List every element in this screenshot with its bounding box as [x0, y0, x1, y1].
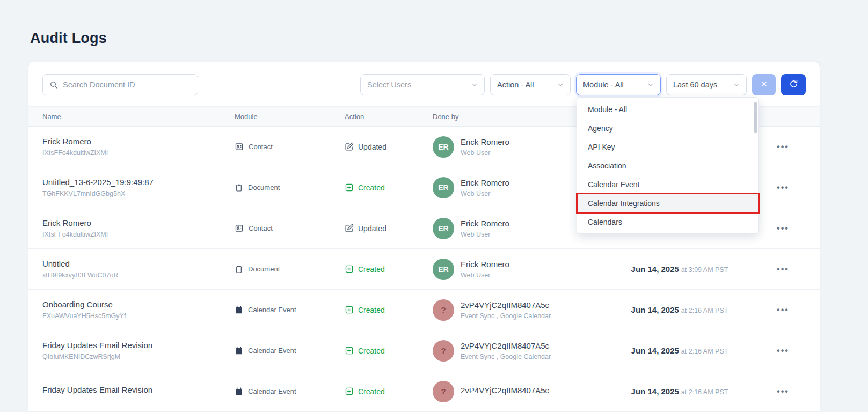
action-filter-select[interactable]: Action - All — [490, 74, 571, 95]
page-title: Audit Logs — [30, 30, 107, 47]
dropdown-scrollbar[interactable] — [754, 102, 757, 133]
module-option-calendar-integrations[interactable]: Calendar Integrations — [577, 194, 758, 212]
header-done-by: Done by — [433, 113, 599, 121]
module-option-agency[interactable]: Agency — [577, 119, 758, 137]
module-label: Calendar Event — [248, 387, 296, 395]
done-by-role: Web User — [461, 231, 509, 238]
search-box — [42, 74, 198, 95]
edit-icon — [345, 142, 354, 151]
action-label: Updated — [358, 143, 386, 151]
module-option-calendar-event[interactable]: Calendar Event — [577, 175, 758, 194]
date: Jun 14, 2025 — [631, 305, 679, 314]
avatar: ? — [433, 299, 454, 321]
refresh-icon — [789, 79, 798, 90]
module-option-association[interactable]: Association — [577, 156, 758, 175]
date: Jun 14, 2025 — [631, 264, 679, 274]
row-menu-button[interactable]: ••• — [777, 224, 789, 233]
avatar: ER — [433, 259, 454, 280]
module-option-calendars[interactable]: Calendars — [577, 212, 758, 231]
done-by-name: Erick Romero — [461, 219, 509, 228]
filters: Select Users Action - All Module - All L… — [360, 74, 806, 95]
module-option-all[interactable]: Module - All — [577, 100, 758, 119]
plus-square-icon — [345, 264, 354, 274]
module-label: Contact — [249, 143, 273, 151]
row-menu-button[interactable]: ••• — [777, 183, 789, 193]
table-row: Onboarding Course FXuAWVuaYH5Hsc5mGyYf C… — [28, 290, 820, 330]
done-by-name: Erick Romero — [461, 260, 509, 269]
done-by-name: Erick Romero — [461, 178, 509, 187]
table-row: Friday Updates Email Revision QIoIuMKENI… — [28, 330, 820, 371]
users-filter-label: Select Users — [367, 80, 411, 89]
date-range-label: Last 60 days — [673, 80, 717, 89]
record-name: Onboarding Course — [42, 300, 235, 309]
plus-square-icon — [345, 183, 354, 192]
done-by-name: 2vP4VYjC2qIIM8407A5c — [461, 341, 551, 350]
chevron-down-icon — [733, 82, 740, 88]
action-label: Created — [358, 183, 385, 192]
module-label: Document — [248, 265, 280, 273]
chevron-down-icon — [471, 82, 478, 88]
record-name: Friday Updates Email Revision — [42, 385, 235, 394]
record-name: Untitled_13-6-2025_19:9:49:87 — [42, 178, 235, 187]
avatar: ER — [433, 136, 454, 158]
table-row: Untitled xtH9I9kxvyB3FWoC07oR Document C… — [28, 249, 820, 290]
row-menu-button[interactable]: ••• — [777, 346, 789, 356]
done-by-name: Erick Romero — [461, 137, 509, 146]
clear-filters-button[interactable] — [752, 74, 776, 95]
avatar: ER — [433, 177, 454, 198]
chevron-down-icon — [557, 82, 564, 88]
calendar-icon — [235, 387, 243, 396]
document-icon — [235, 265, 243, 274]
action-filter-label: Action - All — [497, 80, 534, 89]
record-id: IXtsFFo4kdultiwZIXMI — [42, 149, 235, 157]
done-by-name: 2vP4VYjC2qIIM8407A5c — [461, 300, 551, 310]
module-label: Document — [248, 183, 280, 192]
row-menu-button[interactable]: ••• — [777, 387, 789, 396]
record-id: QIoIuMKENIDCzwRSrjgM — [42, 353, 235, 360]
done-by-role: Event Sync , Google Calendar — [461, 353, 551, 360]
plus-square-icon — [345, 387, 354, 396]
record-id: IXtsFFo4kdultiwZIXMI — [42, 231, 235, 238]
refresh-button[interactable] — [781, 74, 806, 95]
date-time: at 2:16 AM PST — [681, 348, 728, 355]
search-input[interactable] — [63, 80, 191, 89]
record-name: Untitled — [42, 259, 235, 268]
module-label: Calendar Event — [248, 306, 296, 314]
action-label: Created — [358, 347, 385, 355]
module-filter-label: Module - All — [583, 80, 624, 89]
date-range-select[interactable]: Last 60 days — [666, 74, 747, 95]
module-label: Contact — [249, 224, 273, 232]
record-name: Friday Updates Email Revision — [42, 341, 235, 350]
calendar-icon — [235, 347, 243, 355]
row-menu-button[interactable]: ••• — [777, 305, 789, 315]
action-label: Updated — [358, 224, 386, 233]
done-by-role: Event Sync , Google Calendar — [461, 312, 551, 320]
users-filter-select[interactable]: Select Users — [360, 74, 485, 95]
plus-square-icon — [345, 305, 354, 314]
row-menu-button[interactable]: ••• — [777, 142, 789, 152]
header-name: Name — [42, 113, 235, 121]
module-dropdown-menu: Module - All Agency API Key Association … — [577, 97, 759, 234]
x-icon — [760, 80, 768, 90]
header-action: Action — [345, 113, 433, 121]
module-option-api-key[interactable]: API Key — [577, 137, 758, 156]
search-icon — [49, 80, 58, 89]
document-icon — [235, 183, 243, 192]
module-label: Calendar Event — [248, 347, 296, 355]
table-row: Friday Updates Email Revision Calendar E… — [28, 371, 820, 412]
action-label: Created — [358, 387, 385, 396]
record-id: xtH9I9kxvyB3FWoC07oR — [42, 271, 235, 279]
row-menu-button[interactable]: ••• — [777, 264, 789, 274]
date: Jun 14, 2025 — [631, 346, 679, 355]
module-filter-select[interactable]: Module - All — [576, 74, 661, 95]
edit-icon — [345, 224, 354, 233]
record-name: Erick Romero — [42, 218, 235, 227]
calendar-icon — [235, 306, 243, 314]
record-id: TGhFKKVL7mnIdGGbg5hX — [42, 190, 235, 197]
date-time: at 2:16 AM PST — [681, 307, 728, 314]
chevron-down-icon — [647, 82, 654, 88]
contact-card-icon — [235, 224, 244, 233]
date-time: at 2:16 AM PST — [681, 388, 728, 396]
done-by-role: Web User — [461, 149, 509, 157]
contact-card-icon — [235, 142, 244, 151]
